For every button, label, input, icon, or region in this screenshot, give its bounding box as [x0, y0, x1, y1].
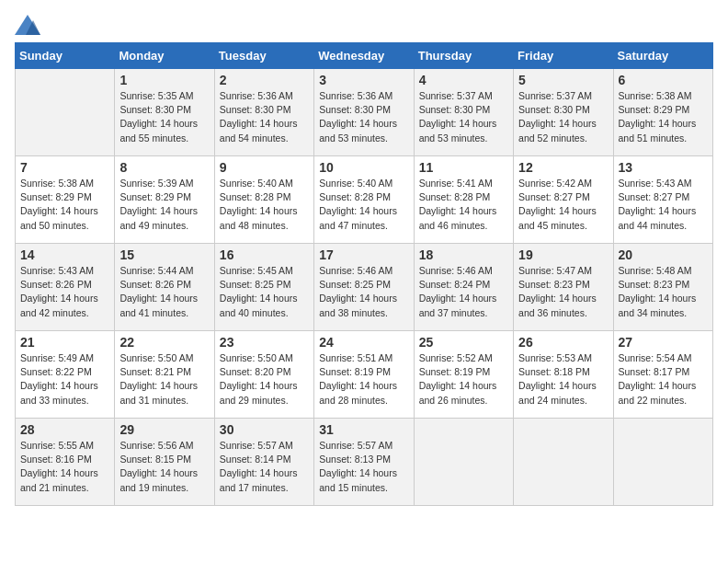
day-info: Sunrise: 5:38 AM Sunset: 8:29 PM Dayligh…	[619, 89, 708, 145]
day-number: 21	[20, 335, 109, 350]
day-info: Sunrise: 5:44 AM Sunset: 8:26 PM Dayligh…	[119, 264, 209, 320]
day-number: 24	[319, 335, 408, 350]
calendar-header: SundayMondayTuesdayWednesdayThursdayFrid…	[16, 43, 713, 69]
day-number: 2	[220, 73, 309, 87]
day-info: Sunrise: 5:37 AM Sunset: 8:30 PM Dayligh…	[419, 89, 508, 145]
calendar-cell: 10Sunrise: 5:40 AM Sunset: 8:28 PM Dayli…	[314, 156, 414, 244]
calendar-cell: 28Sunrise: 5:55 AM Sunset: 8:16 PM Dayli…	[16, 419, 115, 506]
day-info: Sunrise: 5:51 AM Sunset: 8:19 PM Dayligh…	[319, 351, 408, 408]
day-number: 30	[220, 422, 309, 437]
day-info: Sunrise: 5:43 AM Sunset: 8:26 PM Dayligh…	[20, 264, 109, 320]
logo	[15, 15, 44, 35]
day-info: Sunrise: 5:57 AM Sunset: 8:14 PM Dayligh…	[220, 439, 309, 495]
day-info: Sunrise: 5:40 AM Sunset: 8:28 PM Dayligh…	[220, 177, 309, 233]
day-info: Sunrise: 5:49 AM Sunset: 8:22 PM Dayligh…	[20, 351, 109, 408]
calendar-cell: 17Sunrise: 5:46 AM Sunset: 8:25 PM Dayli…	[314, 244, 414, 331]
day-number: 1	[119, 73, 209, 87]
day-number: 4	[419, 73, 508, 87]
calendar-cell: 15Sunrise: 5:44 AM Sunset: 8:26 PM Dayli…	[115, 244, 214, 331]
day-info: Sunrise: 5:54 AM Sunset: 8:17 PM Dayligh…	[619, 351, 708, 408]
day-info: Sunrise: 5:53 AM Sunset: 8:18 PM Dayligh…	[518, 351, 608, 408]
day-number: 26	[518, 335, 608, 350]
day-number: 19	[518, 247, 608, 262]
day-info: Sunrise: 5:55 AM Sunset: 8:16 PM Dayligh…	[20, 439, 109, 495]
calendar-week-3: 14Sunrise: 5:43 AM Sunset: 8:26 PM Dayli…	[16, 244, 713, 331]
day-number: 17	[319, 247, 408, 262]
day-number: 12	[518, 160, 608, 175]
calendar-cell: 23Sunrise: 5:50 AM Sunset: 8:20 PM Dayli…	[214, 331, 313, 419]
day-info: Sunrise: 5:35 AM Sunset: 8:30 PM Dayligh…	[119, 89, 209, 145]
calendar-cell: 26Sunrise: 5:53 AM Sunset: 8:18 PM Dayli…	[514, 331, 613, 419]
day-number: 6	[619, 73, 708, 87]
day-info: Sunrise: 5:45 AM Sunset: 8:25 PM Dayligh…	[220, 264, 309, 320]
day-info: Sunrise: 5:48 AM Sunset: 8:23 PM Dayligh…	[619, 264, 708, 320]
calendar-cell: 14Sunrise: 5:43 AM Sunset: 8:26 PM Dayli…	[16, 244, 115, 331]
day-number: 27	[619, 335, 708, 350]
day-number: 14	[20, 247, 109, 262]
day-number: 23	[220, 335, 309, 350]
day-info: Sunrise: 5:50 AM Sunset: 8:20 PM Dayligh…	[220, 351, 309, 408]
header-cell-thursday: Thursday	[414, 43, 513, 69]
calendar-week-4: 21Sunrise: 5:49 AM Sunset: 8:22 PM Dayli…	[16, 331, 713, 419]
day-number: 22	[119, 335, 209, 350]
calendar-week-5: 28Sunrise: 5:55 AM Sunset: 8:16 PM Dayli…	[16, 419, 713, 506]
day-number: 20	[619, 247, 708, 262]
day-info: Sunrise: 5:37 AM Sunset: 8:30 PM Dayligh…	[518, 89, 608, 145]
day-info: Sunrise: 5:41 AM Sunset: 8:28 PM Dayligh…	[419, 177, 508, 233]
calendar-cell: 25Sunrise: 5:52 AM Sunset: 8:19 PM Dayli…	[414, 331, 513, 419]
day-info: Sunrise: 5:57 AM Sunset: 8:13 PM Dayligh…	[319, 439, 408, 495]
day-number: 7	[20, 160, 109, 175]
day-info: Sunrise: 5:42 AM Sunset: 8:27 PM Dayligh…	[518, 177, 608, 233]
calendar-cell: 1Sunrise: 5:35 AM Sunset: 8:30 PM Daylig…	[115, 69, 214, 156]
calendar-table: SundayMondayTuesdayWednesdayThursdayFrid…	[15, 42, 713, 506]
day-info: Sunrise: 5:47 AM Sunset: 8:23 PM Dayligh…	[518, 264, 608, 320]
calendar-cell: 29Sunrise: 5:56 AM Sunset: 8:15 PM Dayli…	[115, 419, 214, 506]
day-number: 15	[119, 247, 209, 262]
calendar-cell: 12Sunrise: 5:42 AM Sunset: 8:27 PM Dayli…	[514, 156, 613, 244]
day-info: Sunrise: 5:56 AM Sunset: 8:15 PM Dayligh…	[119, 439, 209, 495]
header-cell-wednesday: Wednesday	[314, 43, 414, 69]
calendar-cell: 5Sunrise: 5:37 AM Sunset: 8:30 PM Daylig…	[514, 69, 613, 156]
calendar-cell: 2Sunrise: 5:36 AM Sunset: 8:30 PM Daylig…	[214, 69, 313, 156]
day-number: 8	[119, 160, 209, 175]
calendar-body: 1Sunrise: 5:35 AM Sunset: 8:30 PM Daylig…	[16, 69, 713, 506]
calendar-cell	[16, 69, 115, 156]
day-info: Sunrise: 5:36 AM Sunset: 8:30 PM Dayligh…	[319, 89, 408, 145]
calendar-cell: 30Sunrise: 5:57 AM Sunset: 8:14 PM Dayli…	[214, 419, 313, 506]
day-number: 13	[619, 160, 708, 175]
day-number: 29	[119, 422, 209, 437]
calendar-cell: 22Sunrise: 5:50 AM Sunset: 8:21 PM Dayli…	[115, 331, 214, 419]
header-cell-monday: Monday	[115, 43, 214, 69]
day-number: 5	[518, 73, 608, 87]
calendar-cell: 8Sunrise: 5:39 AM Sunset: 8:29 PM Daylig…	[115, 156, 214, 244]
day-number: 31	[319, 422, 408, 437]
calendar-cell: 20Sunrise: 5:48 AM Sunset: 8:23 PM Dayli…	[613, 244, 712, 331]
calendar-cell: 16Sunrise: 5:45 AM Sunset: 8:25 PM Dayli…	[214, 244, 313, 331]
day-info: Sunrise: 5:39 AM Sunset: 8:29 PM Dayligh…	[119, 177, 209, 233]
logo-icon	[15, 15, 40, 35]
day-info: Sunrise: 5:52 AM Sunset: 8:19 PM Dayligh…	[419, 351, 508, 408]
day-number: 18	[419, 247, 508, 262]
day-info: Sunrise: 5:50 AM Sunset: 8:21 PM Dayligh…	[119, 351, 209, 408]
day-info: Sunrise: 5:38 AM Sunset: 8:29 PM Dayligh…	[20, 177, 109, 233]
day-number: 28	[20, 422, 109, 437]
header-cell-sunday: Sunday	[16, 43, 115, 69]
calendar-cell: 6Sunrise: 5:38 AM Sunset: 8:29 PM Daylig…	[613, 69, 712, 156]
page-header	[15, 15, 713, 35]
calendar-cell: 4Sunrise: 5:37 AM Sunset: 8:30 PM Daylig…	[414, 69, 513, 156]
header-cell-friday: Friday	[514, 43, 613, 69]
calendar-cell: 13Sunrise: 5:43 AM Sunset: 8:27 PM Dayli…	[613, 156, 712, 244]
calendar-cell: 9Sunrise: 5:40 AM Sunset: 8:28 PM Daylig…	[214, 156, 313, 244]
day-number: 25	[419, 335, 508, 350]
calendar-cell: 27Sunrise: 5:54 AM Sunset: 8:17 PM Dayli…	[613, 331, 712, 419]
header-cell-tuesday: Tuesday	[214, 43, 313, 69]
calendar-cell	[613, 419, 712, 506]
header-cell-saturday: Saturday	[613, 43, 712, 69]
day-number: 3	[319, 73, 408, 87]
calendar-cell: 3Sunrise: 5:36 AM Sunset: 8:30 PM Daylig…	[314, 69, 414, 156]
calendar-cell: 19Sunrise: 5:47 AM Sunset: 8:23 PM Dayli…	[514, 244, 613, 331]
header-row: SundayMondayTuesdayWednesdayThursdayFrid…	[16, 43, 713, 69]
day-number: 11	[419, 160, 508, 175]
calendar-cell: 7Sunrise: 5:38 AM Sunset: 8:29 PM Daylig…	[16, 156, 115, 244]
calendar-cell: 11Sunrise: 5:41 AM Sunset: 8:28 PM Dayli…	[414, 156, 513, 244]
